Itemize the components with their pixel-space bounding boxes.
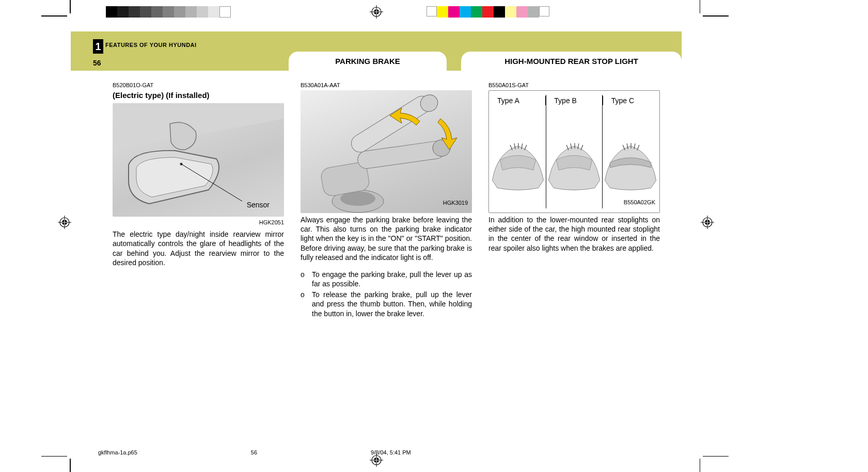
color-swatches	[427, 6, 549, 18]
body-text: In addition to the lower-mounted rear st…	[488, 215, 660, 253]
crop-mark	[700, 0, 701, 13]
registration-mark	[58, 216, 71, 229]
figure-parking-brake: HGK3019	[301, 90, 472, 213]
footer: gkflhma-1a.p65 56 9/8/04, 5:41 PM	[98, 449, 661, 455]
crop-mark	[70, 459, 71, 472]
crop-mark	[70, 0, 71, 13]
section-heading-parking-brake: PARKING BRAKE	[289, 52, 447, 71]
list-item: oTo engage the parking brake, pull the l…	[301, 270, 472, 289]
crop-mark	[703, 456, 729, 457]
figure-code: HGK2051	[113, 219, 284, 226]
callout-sensor: Sensor	[247, 200, 270, 209]
footer-datetime: 9/8/04, 5:41 PM	[371, 449, 411, 455]
column-mirror: B520B01O-GAT (Electric type) (If install…	[113, 82, 284, 319]
instruction-list: oTo engage the parking brake, pull the l…	[301, 270, 472, 318]
crop-mark	[703, 15, 729, 17]
crop-mark	[700, 459, 701, 472]
list-item-text: To release the parking brake, pull up th…	[312, 290, 472, 318]
crop-mark	[41, 15, 67, 17]
grayscale-swatches	[106, 6, 231, 18]
registration-mark	[370, 5, 383, 19]
footer-filename: gkflhma-1a.p65	[98, 449, 137, 455]
section-subtitle: (Electric type) (If installed)	[113, 90, 284, 101]
figure-stop-light-types: Type A Type B Type C	[488, 90, 660, 213]
list-item: oTo release the parking brake, pull up t…	[301, 290, 472, 318]
crop-mark	[41, 456, 67, 457]
chapter-title: FEATURES OF YOUR HYUNDAI	[105, 42, 197, 48]
body-text: The electric type day/night inside rearv…	[113, 230, 284, 268]
section-code: B530A01A-AAT	[301, 82, 472, 89]
page-number: 56	[93, 59, 101, 67]
figure-code: B550A02GK	[624, 199, 655, 206]
column-parking-brake: B530A01A-AAT HGK3019 Always engage the p…	[301, 82, 472, 319]
section-code: B520B01O-GAT	[113, 82, 284, 89]
chapter-number: 1	[93, 39, 103, 54]
registration-mark	[701, 216, 714, 229]
column-stop-light: B550A01S-GAT Type A Type B Type C	[488, 82, 660, 319]
body-text: Always engage the parking brake before l…	[301, 215, 472, 263]
figure-code: HGK3019	[443, 199, 468, 207]
list-item-text: To engage the parking brake, pull the le…	[312, 270, 472, 289]
section-heading-rear-stop-light: HIGH-MOUNTED REAR STOP LIGHT	[461, 52, 682, 71]
figure-rearview-mirror: Sensor	[113, 103, 284, 217]
section-code: B550A01S-GAT	[488, 82, 660, 89]
footer-page: 56	[251, 449, 257, 455]
